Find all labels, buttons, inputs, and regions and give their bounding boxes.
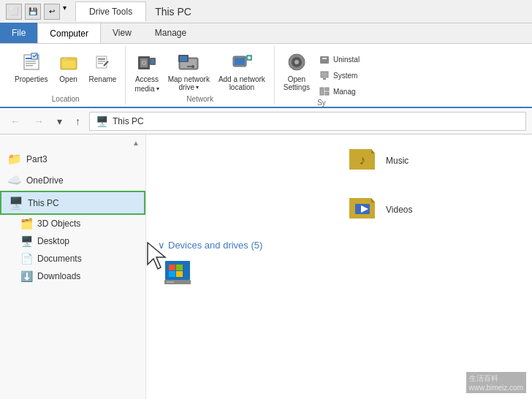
system-buttons: OpenSettings Uninstal [281,46,362,99]
devices-section: ∨ Devices and drives (5) [158,240,520,289]
rename-label: Rename [89,75,117,83]
ribbon-group-network: Access media▾ [126,46,274,104]
svg-rect-8 [62,61,75,68]
sidebar-item-desktop[interactable]: 🖥️ Desktop [0,232,145,250]
desktop-icon: 🖥️ [20,235,33,247]
folder-icon: 📁 [7,152,22,166]
sidebar-scroll-up: ▲ [0,137,145,148]
sidebar-item-this-pc[interactable]: 🖥️ This PC [0,191,145,215]
access-media-label: Access [135,75,159,83]
svg-rect-43 [321,72,328,77]
main-content: ▲ 📁 Part3 ☁️ OneDrive 🖥️ This PC 🗂️ 3D O… [0,134,532,399]
svg-rect-35 [295,54,297,57]
rename-icon [91,50,114,74]
tab-file[interactable]: File [0,23,37,43]
svg-rect-10 [98,58,105,60]
sidebar-item-downloads[interactable]: ⬇️ Downloads [0,267,145,285]
access-media-icon [135,50,159,74]
sidebar-item-3d-objects[interactable]: 🗂️ 3D Objects [0,215,145,232]
svg-rect-36 [295,67,297,70]
svg-marker-52 [371,198,375,202]
window-controls: ⬜ 💾 ↩ ▾ [6,4,66,20]
uninstall-button[interactable]: Uninstal [316,52,362,66]
svg-rect-24 [180,56,187,61]
tab-view[interactable]: View [101,23,143,43]
system-button[interactable]: System [316,68,362,83]
access-media-button[interactable]: Access media▾ [132,49,162,94]
svg-rect-37 [289,61,292,64]
folder-grid: ♪ Music Videos [158,142,520,228]
address-bar: ← → ▾ ↑ 🖥️ This PC [0,108,532,134]
dropdown-arrow[interactable]: ▾ [63,4,66,20]
save-icon[interactable]: 💾 [25,4,41,20]
forward-button[interactable]: → [29,113,48,129]
svg-rect-2 [26,61,36,62]
ribbon-group-system: OpenSettings Uninstal [275,46,368,104]
properties-button[interactable]: Properties [12,49,51,85]
tab-manage[interactable]: Manage [143,23,198,43]
svg-rect-26 [187,66,191,67]
ribbon-tabs: File Computer View Manage [0,23,532,44]
add-network-location-button[interactable]: Add a networklocation [216,49,268,93]
svg-rect-41 [320,56,329,64]
sidebar: ▲ 📁 Part3 ☁️ OneDrive 🖥️ This PC 🗂️ 3D O… [0,134,146,399]
ribbon-content: Properties Open [0,44,532,108]
open-settings-button[interactable]: OpenSettings [281,49,313,93]
address-path[interactable]: 🖥️ This PC [89,112,526,131]
map-network-drive-icon [177,50,200,74]
svg-rect-46 [325,88,329,91]
map-network-drive-label: Map networkdrive▾ [168,75,210,91]
music-folder[interactable]: ♪ Music [343,142,520,179]
onedrive-icon: ☁️ [7,173,22,187]
add-network-location-label: Add a networklocation [218,75,265,91]
system-icon [319,69,330,81]
svg-rect-12 [98,63,103,64]
sidebar-item-documents[interactable]: 📄 Documents [0,250,145,267]
open-settings-icon [285,50,308,74]
address-path-text: This PC [113,116,144,126]
sidebar-item-onedrive[interactable]: ☁️ OneDrive [0,170,145,191]
svg-rect-57 [169,265,175,270]
manage-button[interactable]: Manag [316,84,362,99]
system-group-label: Sy [317,99,326,108]
tab-computer[interactable]: Computer [37,23,101,43]
sidebar-item-part3[interactable]: 📁 Part3 [0,148,145,170]
3d-objects-icon: 🗂️ [20,218,33,229]
drive-tools-tab[interactable]: Drive Tools [75,1,146,21]
svg-rect-62 [167,281,174,283]
location-buttons: Properties Open [12,46,119,95]
svg-rect-58 [176,265,183,270]
svg-rect-1 [26,58,31,59]
open-button[interactable]: Open [54,49,83,85]
open-settings-label: OpenSettings [284,75,310,91]
svg-rect-38 [302,61,305,64]
music-icon: ♪ [349,145,379,176]
window-title: This PC [155,6,191,18]
this-pc-icon: 🖥️ [9,196,23,210]
location-group-label: Location [52,95,80,104]
ribbon-group-location: Properties Open [6,46,126,104]
svg-point-25 [191,65,194,68]
svg-rect-60 [176,271,183,277]
system-small-buttons: Uninstal System [316,49,362,99]
svg-rect-45 [320,88,324,95]
quick-access-icon[interactable]: ⬜ [6,4,22,20]
devices-section-label: Devices and drives (5) [168,240,262,251]
dropdown-recent-button[interactable]: ▾ [53,113,66,129]
videos-folder[interactable]: Videos [343,191,520,228]
windows-drive[interactable] [158,256,520,289]
svg-text:♪: ♪ [360,153,366,167]
up-button[interactable]: ↑ [71,113,85,129]
back-button[interactable]: ← [6,113,25,129]
svg-point-34 [294,60,299,64]
uninstall-icon [319,53,330,65]
properties-icon [20,50,43,74]
undo-icon[interactable]: ↩ [44,4,60,20]
rename-button[interactable]: Rename [86,49,120,85]
svg-rect-11 [98,61,105,62]
svg-rect-3 [26,63,36,64]
map-network-drive-button[interactable]: Map networkdrive▾ [165,49,213,93]
svg-rect-44 [323,78,326,80]
svg-rect-4 [26,65,33,66]
svg-rect-59 [169,271,175,277]
